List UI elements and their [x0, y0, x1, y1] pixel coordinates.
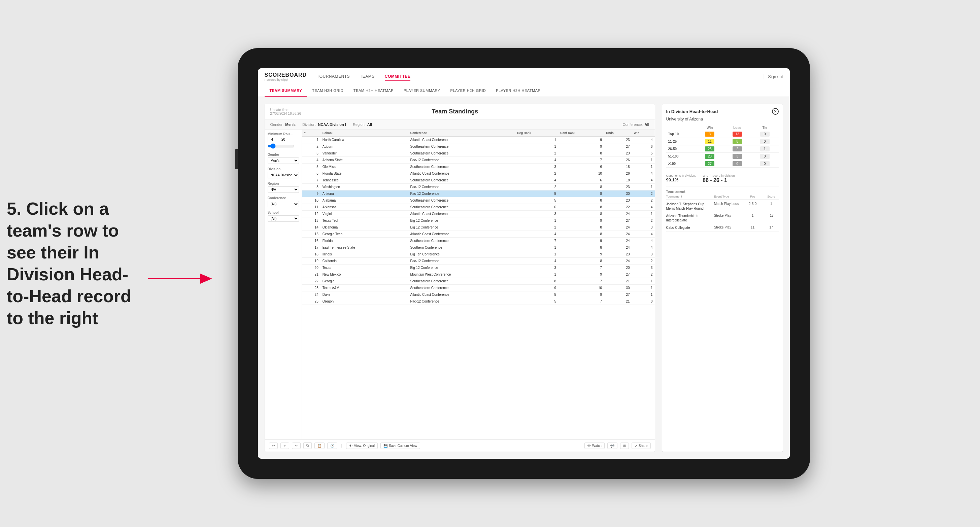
- logo-text: SCOREBOARD: [265, 72, 307, 78]
- h2h-close-button[interactable]: ✕: [772, 108, 779, 115]
- table-row[interactable]: 15 Georgia Tech Atlantic Coast Conferenc…: [302, 231, 655, 238]
- table-row[interactable]: 21 New Mexico Mountain West Conference 1…: [302, 271, 655, 278]
- rnds-cell: 23: [604, 137, 632, 143]
- t-score: -17: [764, 214, 779, 217]
- rank-cell: 3: [302, 150, 320, 157]
- rnds-cell: 26: [604, 157, 632, 163]
- conference-cell: Big Ten Conference: [408, 251, 515, 258]
- undo-button[interactable]: ↩: [269, 443, 278, 449]
- save-custom-button[interactable]: 💾 Save Custom View: [380, 443, 420, 449]
- table-row[interactable]: 12 Virginia Atlantic Coast Conference 3 …: [302, 211, 655, 217]
- sub-nav-team-summary[interactable]: TEAM SUMMARY: [265, 85, 307, 97]
- conference-cell: Southeastern Conference: [408, 177, 515, 184]
- table-row[interactable]: 17 East Tennessee State Southern Confere…: [302, 244, 655, 251]
- update-time-value: 27/03/2024 16:56:26: [270, 112, 301, 116]
- table-row[interactable]: 6 Florida State Atlantic Coast Conferenc…: [302, 170, 655, 177]
- table-row[interactable]: 4 Arizona State Pac-12 Conference 4 7 26…: [302, 157, 655, 163]
- rank-cell: 24: [302, 291, 320, 298]
- gender-select[interactable]: Men's Women's: [268, 157, 299, 164]
- sub-nav-player-summary[interactable]: PLAYER SUMMARY: [399, 85, 445, 97]
- table-row[interactable]: 25 Oregon Pac-12 Conference 5 7 21 0: [302, 298, 655, 305]
- table-row[interactable]: 1 North Carolina Atlantic Coast Conferen…: [302, 137, 655, 143]
- table-row[interactable]: 14 Oklahoma Big 12 Conference 2 8 24 3: [302, 224, 655, 231]
- clock-button[interactable]: 🕐: [327, 443, 337, 449]
- conf-rank-cell: 9: [558, 217, 604, 224]
- table-row[interactable]: 16 Florida Southeastern Conference 7 9 2…: [302, 238, 655, 244]
- top-nav: SCOREBOARD Powered by clippi TOURNAMENTS…: [258, 68, 790, 85]
- nav-tournaments[interactable]: TOURNAMENTS: [317, 72, 350, 81]
- rnds-cell: 20: [604, 265, 632, 271]
- rank-cell: 16: [302, 238, 320, 244]
- conference-filter: Conference: All: [623, 122, 649, 127]
- nav-committee[interactable]: COMMITTEE: [385, 72, 411, 81]
- table-row[interactable]: 2 Auburn Southeastern Conference 1 9 27 …: [302, 143, 655, 150]
- min-rounds-slider[interactable]: [268, 143, 294, 149]
- school-cell: East Tennessee State: [320, 244, 408, 251]
- table-row[interactable]: 22 Georgia Southeastern Conference 8 7 2…: [302, 278, 655, 285]
- tablet-screen: SCOREBOARD Powered by clippi TOURNAMENTS…: [258, 68, 790, 459]
- undo2-button[interactable]: ↩: [280, 443, 289, 449]
- view-original-button[interactable]: 👁 View: Original: [346, 443, 378, 449]
- panel-header: Update time: 27/03/2024 16:56:26 Team St…: [265, 104, 655, 120]
- conference-select[interactable]: (All) ACC Big 12 SEC: [268, 201, 299, 207]
- table-row[interactable]: 11 Arkansas Southeastern Conference 6 8 …: [302, 204, 655, 211]
- h2h-table: Win Loss Tie Top 10 3 13 0 11-25 11 8 0 …: [666, 125, 779, 168]
- col-win: Win: [632, 130, 655, 137]
- table-row[interactable]: 7 Tennessee Southeastern Conference 4 6 …: [302, 177, 655, 184]
- flag-button[interactable]: ⊞: [620, 443, 629, 449]
- table-row[interactable]: 20 Texas Big 12 Conference 3 7 20 3: [302, 265, 655, 271]
- school-cell: Arizona: [320, 190, 408, 197]
- table-row[interactable]: 18 Illinois Big Ten Conference 1 9 23 3: [302, 251, 655, 258]
- chat-button[interactable]: 💬: [607, 443, 617, 449]
- h2h-win-cell: 11: [696, 138, 724, 145]
- redo-button[interactable]: ↪: [292, 443, 301, 449]
- rnds-cell: 21: [604, 278, 632, 285]
- conf-rank-cell: 8: [558, 204, 604, 211]
- table-row[interactable]: 9 Arizona Pac-12 Conference 5 8 30 2: [302, 190, 655, 197]
- reg-rank-cell: 5: [515, 190, 558, 197]
- t-pos: 2-3-0: [743, 202, 762, 206]
- share-button[interactable]: ↗ Share: [632, 443, 651, 449]
- h2h-opponents-stat: Opponents in division: 99.1%: [666, 174, 696, 183]
- sub-nav-player-h2h-grid[interactable]: PLAYER H2H GRID: [445, 85, 491, 97]
- annotation-area: 5. Click on a team's row to see their In…: [7, 198, 142, 329]
- rnds-cell: 23: [604, 251, 632, 258]
- h2h-range-cell: 51-100: [666, 153, 696, 160]
- table-row[interactable]: 10 Alabama Southeastern Conference 5 8 2…: [302, 197, 655, 204]
- region-select[interactable]: N/A All East West: [268, 186, 299, 193]
- min-rounds-min-input[interactable]: [268, 137, 277, 142]
- h2h-table-header: Win Loss Tie: [666, 125, 779, 130]
- gender-filter: Gender: Men's: [270, 122, 296, 127]
- table-row[interactable]: 3 Vanderbilt Southeastern Conference 2 8…: [302, 150, 655, 157]
- sub-nav-team-h2h-heatmap[interactable]: TEAM H2H HEATMAP: [348, 85, 399, 97]
- sub-nav-player-h2h-heatmap[interactable]: PLAYER H2H HEATMAP: [491, 85, 546, 97]
- school-cell: Arkansas: [320, 204, 408, 211]
- copy-button[interactable]: ⧉: [303, 442, 312, 449]
- school-cell: Auburn: [320, 143, 408, 150]
- watch-button[interactable]: 👁 Watch: [584, 443, 605, 449]
- h2h-win-cell: 20: [696, 153, 724, 160]
- sign-out[interactable]: Sign out: [768, 75, 783, 79]
- conference-cell: Atlantic Coast Conference: [408, 170, 515, 177]
- table-row[interactable]: 8 Washington Pac-12 Conference 2 8 23 1: [302, 184, 655, 190]
- min-rounds-max-input[interactable]: [279, 137, 288, 142]
- paste-button[interactable]: 📋: [315, 443, 325, 449]
- win-cell: 1: [632, 278, 655, 285]
- nav-teams[interactable]: TEAMS: [360, 72, 375, 81]
- conf-rank-cell: 10: [558, 170, 604, 177]
- table-row[interactable]: 19 California Pac-12 Conference 4 8 24 2: [302, 258, 655, 265]
- rnds-cell: 24: [604, 224, 632, 231]
- sub-nav-team-h2h-grid[interactable]: TEAM H2H GRID: [307, 85, 348, 97]
- school-select[interactable]: (All): [268, 215, 299, 222]
- win-cell: 4: [632, 137, 655, 143]
- h2h-col-tie: Tie: [751, 125, 779, 130]
- table-row[interactable]: 13 Texas Tech Big 12 Conference 1 9 27 2: [302, 217, 655, 224]
- table-row[interactable]: 5 Ole Miss Southeastern Conference 3 6 1…: [302, 163, 655, 170]
- conf-rank-cell: 8: [558, 231, 604, 238]
- win-cell: 4: [632, 231, 655, 238]
- division-select[interactable]: NCAA Division I NCAA Division II NAIA: [268, 172, 299, 178]
- col-school: School: [320, 130, 408, 137]
- table-row[interactable]: 23 Texas A&M Southeastern Conference 9 1…: [302, 285, 655, 291]
- table-row[interactable]: 24 Duke Atlantic Coast Conference 5 9 27…: [302, 291, 655, 298]
- school-cell: Florida: [320, 238, 408, 244]
